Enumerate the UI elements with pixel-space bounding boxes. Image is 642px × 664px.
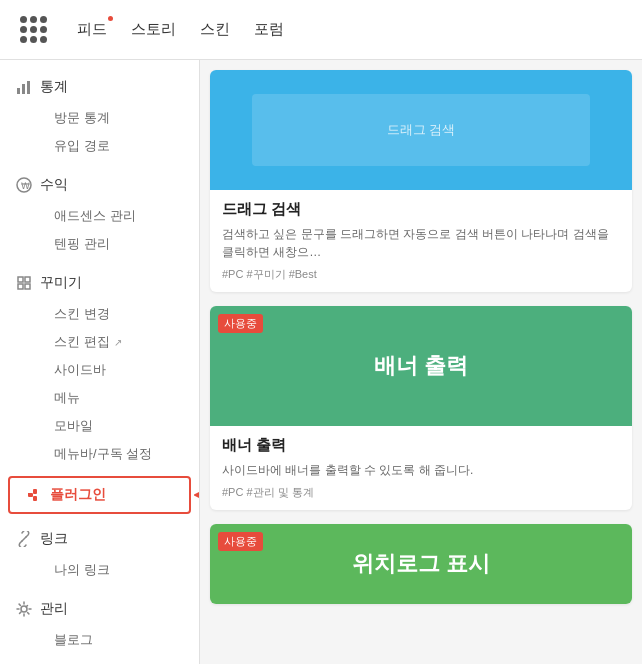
revenue-icon: ₩ <box>16 177 32 193</box>
card-banner-image: 사용중 배너 출력 <box>210 306 632 426</box>
svg-rect-8 <box>25 284 30 289</box>
svg-rect-12 <box>28 493 30 494</box>
in-use-badge-banner: 사용중 <box>218 314 263 333</box>
card-drag-search-title: 드래그 검색 <box>222 200 620 219</box>
sidebar-item-sidebar[interactable]: 사이드바 <box>38 356 199 384</box>
sidebar-item-mobile[interactable]: 모바일 <box>38 412 199 440</box>
sidebar-header-decorate[interactable]: 꾸미기 <box>0 266 199 300</box>
sidebar-section-stats: 통계 방문 통계 유입 경로 <box>0 70 199 160</box>
svg-rect-1 <box>22 84 25 94</box>
sidebar-items-decorate: 스킨 변경 스킨 편집 ↗ 사이드바 메뉴 모바일 메뉴바/구독 설정 <box>0 300 199 468</box>
sidebar-item-inflow[interactable]: 유입 경로 <box>38 132 199 160</box>
svg-rect-6 <box>25 277 30 282</box>
sidebar-section-decorate: 꾸미기 스킨 변경 스킨 편집 ↗ 사이드바 메뉴 모바일 <box>0 266 199 468</box>
sidebar-item-menubar[interactable]: 메뉴바/구독 설정 <box>38 440 199 468</box>
top-nav: 피드 스토리 스킨 포럼 <box>0 0 642 60</box>
svg-rect-10 <box>33 489 37 494</box>
sidebar-items-link: 나의 링크 <box>0 556 199 584</box>
sidebar-items-manage: 블로그 <box>0 626 199 654</box>
decorate-icon <box>16 275 32 291</box>
svg-rect-5 <box>18 277 23 282</box>
nav-links: 피드 스토리 스킨 포럼 <box>77 20 284 39</box>
card-drag-search-image: 드래그 검색 <box>210 70 632 190</box>
card-location-log: 사용중 위치로그 표시 <box>210 524 632 604</box>
sidebar: 통계 방문 통계 유입 경로 ₩ 수익 <box>0 60 200 664</box>
sidebar-header-stats[interactable]: 통계 <box>0 70 199 104</box>
in-use-badge-location: 사용중 <box>218 532 263 551</box>
sidebar-item-skin-edit[interactable]: 스킨 편집 ↗ <box>38 328 199 356</box>
card-banner-desc: 사이드바에 배너를 출력할 수 있도록 해 줍니다. <box>222 461 620 479</box>
svg-text:₩: ₩ <box>21 181 30 191</box>
sidebar-header-manage[interactable]: 관리 <box>0 592 199 626</box>
sidebar-section-revenue: ₩ 수익 애드센스 관리 텐핑 관리 <box>0 168 199 258</box>
card-location-log-image: 사용중 위치로그 표시 <box>210 524 632 604</box>
nav-skin[interactable]: 스킨 <box>200 20 230 39</box>
nav-forum[interactable]: 포럼 <box>254 20 284 39</box>
sidebar-item-skin-change[interactable]: 스킨 변경 <box>38 300 199 328</box>
plugin-icon <box>26 487 42 503</box>
external-link-icon: ↗ <box>114 337 122 348</box>
sidebar-item-tenping[interactable]: 텐핑 관리 <box>38 230 199 258</box>
sidebar-item-my-link[interactable]: 나의 링크 <box>38 556 199 584</box>
sidebar-section-plugin: 플러그인 <box>0 476 199 514</box>
svg-rect-11 <box>33 496 37 501</box>
nav-feed[interactable]: 피드 <box>77 20 107 39</box>
sidebar-item-visit-stats[interactable]: 방문 통계 <box>38 104 199 132</box>
sidebar-item-adsense[interactable]: 애드센스 관리 <box>38 202 199 230</box>
sidebar-item-menu[interactable]: 메뉴 <box>38 384 199 412</box>
sidebar-items-stats: 방문 통계 유입 경로 <box>0 104 199 160</box>
svg-rect-0 <box>17 88 20 94</box>
nav-story[interactable]: 스토리 <box>131 20 176 39</box>
sidebar-item-blog[interactable]: 블로그 <box>38 626 199 654</box>
sidebar-items-revenue: 애드센스 관리 텐핑 관리 <box>0 202 199 258</box>
sidebar-section-link: 링크 나의 링크 <box>0 522 199 584</box>
stats-icon <box>16 79 32 95</box>
card-drag-search-tags: #PC #꾸미기 #Best <box>222 267 620 282</box>
card-drag-search-desc: 검색하고 싶은 문구를 드래그하면 자동으로 검색 버튼이 나타나며 검색을 클… <box>222 225 620 261</box>
logo[interactable] <box>20 16 47 43</box>
sidebar-section-manage: 관리 블로그 <box>0 592 199 654</box>
card-drag-search-body: 드래그 검색 검색하고 싶은 문구를 드래그하면 자동으로 검색 버튼이 나타나… <box>210 190 632 292</box>
manage-icon <box>16 601 32 617</box>
svg-rect-2 <box>27 81 30 94</box>
svg-line-15 <box>22 537 26 541</box>
card-banner-body: 배너 출력 사이드바에 배너를 출력할 수 있도록 해 줍니다. #PC #관리… <box>210 426 632 510</box>
card-banner-tags: #PC #관리 및 통계 <box>222 485 620 500</box>
svg-rect-7 <box>18 284 23 289</box>
card-banner: 사용중 배너 출력 배너 출력 사이드바에 배너를 출력할 수 있도록 해 줍니… <box>210 306 632 510</box>
card-drag-search: 드래그 검색 드래그 검색 검색하고 싶은 문구를 드래그하면 자동으로 검색 … <box>210 70 632 292</box>
sidebar-header-revenue[interactable]: ₩ 수익 <box>0 168 199 202</box>
notification-dot <box>108 16 113 21</box>
sidebar-item-plugin[interactable]: 플러그인 <box>8 476 191 514</box>
content-area: 드래그 검색 드래그 검색 검색하고 싶은 문구를 드래그하면 자동으로 검색 … <box>200 60 642 664</box>
main-layout: 통계 방문 통계 유입 경로 ₩ 수익 <box>0 60 642 664</box>
link-icon <box>16 531 32 547</box>
sidebar-header-link[interactable]: 링크 <box>0 522 199 556</box>
card-banner-title: 배너 출력 <box>222 436 620 455</box>
